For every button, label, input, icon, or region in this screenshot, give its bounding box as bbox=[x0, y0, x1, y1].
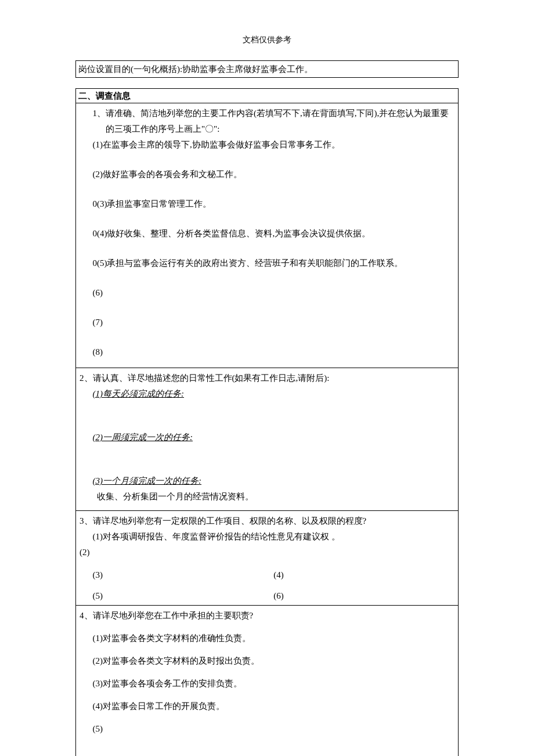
q4-item-5: (5) bbox=[93, 721, 455, 737]
q1-prompt: 1、请准确、简洁地列举您的主要工作内容(若填写不下,请在背面填写,下同),并在您… bbox=[93, 106, 455, 137]
section2-title: 二、调查信息 bbox=[78, 91, 131, 100]
q4-item-3: (3)对监事会各项会务工作的安排负责。 bbox=[93, 676, 455, 692]
q1-item-5: 0(5)承担与监事会运行有关的政府出资方、经营班子和有关职能部门的工作联系。 bbox=[93, 255, 455, 271]
q4-prompt: 4、请详尽地列举您在工作中承担的主要职责? bbox=[80, 608, 454, 624]
goal-box: 岗位设置目的(一句化概括):协助监事会主席做好监事会工作。 bbox=[75, 60, 459, 78]
q2-sub3-content: 收集、分析集团一个月的经营情况资料。 bbox=[97, 489, 454, 505]
q4-item-2: (2)对监事会各类文字材料的及时报出负责。 bbox=[93, 653, 455, 669]
q3-prompt: 3、请详尽地列举您有一定权限的工作项目、权限的名称、以及权限的程度? bbox=[80, 513, 454, 529]
q1-item-2: (2)做好监事会的各项会务和文秘工作。 bbox=[93, 167, 455, 182]
q2-sub1-label: (1)每天必须完成的任务: bbox=[93, 389, 185, 398]
q1-item-6: (6) bbox=[93, 285, 455, 301]
q1-item-7: (7) bbox=[93, 315, 455, 330]
q3-item-3: (3) bbox=[93, 567, 274, 583]
q1-item-3: 0(3)承担监事室日常管理工作。 bbox=[93, 196, 455, 212]
q4-cell: 4、请详尽地列举您在工作中承担的主要职责? (1)对监事会各类文字材料的准确性负… bbox=[75, 606, 459, 756]
q1-item-4: 0(4)做好收集、整理、分析各类监督信息、资料,为监事会决议提供依据。 bbox=[93, 226, 455, 242]
q3-item-6: (6) bbox=[273, 588, 454, 604]
q2-sub2-label: (2)一周须完成一次的任务: bbox=[93, 433, 193, 442]
q3-item-5: (5) bbox=[93, 588, 274, 604]
q3-item-4: (4) bbox=[273, 567, 454, 583]
q4-item-1: (1)对监事会各类文字材料的准确性负责。 bbox=[93, 631, 455, 646]
q2-sub3-label: (3)一个月须完成一次的任务: bbox=[93, 476, 202, 485]
q3-cell: 3、请详尽地列举您有一定权限的工作项目、权限的名称、以及权限的程度? (1)对各… bbox=[75, 511, 459, 606]
q2-prompt: 2、请认真、详尽地描述您的日常性工作(如果有工作日志,请附后): bbox=[80, 370, 454, 386]
section2-title-box: 二、调查信息 bbox=[75, 88, 459, 103]
q3-item-1: (1)对各项调研报告、年度监督评价报告的结论性意见有建议权 。 bbox=[93, 529, 455, 545]
header-note: 文档仅供参考 bbox=[75, 35, 459, 45]
q1-item-8: (8) bbox=[93, 344, 455, 360]
q1-cell: 1、请准确、简洁地列举您的主要工作内容(若填写不下,请在背面填写,下同),并在您… bbox=[75, 103, 459, 368]
q4-item-4: (4)对监事会日常工作的开展负责。 bbox=[93, 699, 455, 714]
q1-item-1: (1)在监事会主席的领导下,协助监事会做好监事会日常事务工作。 bbox=[93, 137, 455, 153]
q3-item-2: (2) bbox=[80, 545, 454, 560]
q2-cell: 2、请认真、详尽地描述您的日常性工作(如果有工作日志,请附后): (1)每天必须… bbox=[75, 368, 459, 511]
page-container: 文档仅供参考 岗位设置目的(一句化概括):协助监事会主席做好监事会工作。 二、调… bbox=[0, 0, 534, 756]
